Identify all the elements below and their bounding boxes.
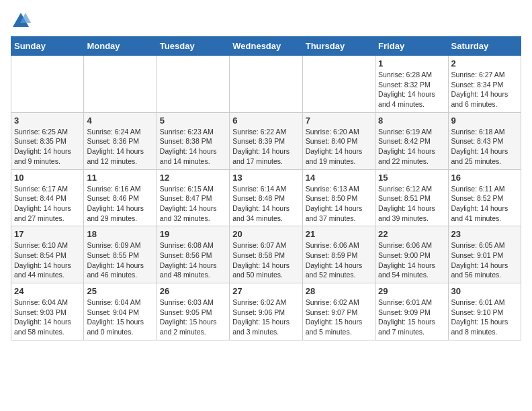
day-info: Sunrise: 6:06 AM Sunset: 8:59 PM Dayligh…	[306, 240, 372, 280]
day-number: 4	[87, 116, 153, 126]
day-number: 6	[232, 116, 299, 126]
day-number: 10	[14, 173, 81, 183]
calendar-table: SundayMondayTuesdayWednesdayThursdayFrid…	[11, 36, 521, 340]
day-number: 11	[87, 173, 153, 183]
day-info: Sunrise: 6:13 AM Sunset: 8:50 PM Dayligh…	[306, 184, 372, 224]
day-info: Sunrise: 6:15 AM Sunset: 8:47 PM Dayligh…	[160, 184, 226, 224]
day-number: 14	[306, 173, 372, 183]
day-info: Sunrise: 6:04 AM Sunset: 9:04 PM Dayligh…	[87, 298, 153, 337]
calendar-cell: 26Sunrise: 6:03 AM Sunset: 9:05 PM Dayli…	[157, 283, 229, 340]
weekday-header-saturday: Saturday	[448, 37, 521, 56]
calendar-cell: 16Sunrise: 6:11 AM Sunset: 8:52 PM Dayli…	[448, 169, 521, 226]
calendar-cell: 6Sunrise: 6:22 AM Sunset: 8:39 PM Daylig…	[230, 112, 302, 169]
calendar-cell: 2Sunrise: 6:27 AM Sunset: 8:34 PM Daylig…	[448, 56, 521, 113]
day-number: 28	[306, 286, 372, 296]
day-number: 29	[378, 286, 445, 296]
calendar-week-row: 24Sunrise: 6:04 AM Sunset: 9:03 PM Dayli…	[11, 283, 521, 340]
day-number: 8	[378, 116, 445, 126]
calendar-cell	[230, 56, 302, 113]
calendar-cell: 15Sunrise: 6:12 AM Sunset: 8:51 PM Dayli…	[375, 169, 448, 226]
calendar-cell: 14Sunrise: 6:13 AM Sunset: 8:50 PM Dayli…	[302, 169, 375, 226]
calendar-cell: 30Sunrise: 6:01 AM Sunset: 9:10 PM Dayli…	[448, 283, 521, 340]
day-info: Sunrise: 6:14 AM Sunset: 8:48 PM Dayligh…	[232, 184, 299, 224]
day-number: 7	[306, 116, 372, 126]
calendar-cell: 17Sunrise: 6:10 AM Sunset: 8:54 PM Dayli…	[11, 226, 84, 283]
day-number: 16	[451, 173, 518, 183]
day-info: Sunrise: 6:18 AM Sunset: 8:43 PM Dayligh…	[451, 127, 518, 167]
day-info: Sunrise: 6:02 AM Sunset: 9:07 PM Dayligh…	[306, 298, 372, 337]
day-number: 22	[378, 229, 445, 239]
day-number: 25	[87, 286, 153, 296]
day-info: Sunrise: 6:16 AM Sunset: 8:46 PM Dayligh…	[87, 184, 153, 224]
day-info: Sunrise: 6:05 AM Sunset: 9:01 PM Dayligh…	[451, 240, 518, 280]
calendar-cell: 29Sunrise: 6:01 AM Sunset: 9:09 PM Dayli…	[375, 283, 448, 340]
day-number: 12	[160, 173, 226, 183]
day-info: Sunrise: 6:17 AM Sunset: 8:44 PM Dayligh…	[14, 184, 81, 224]
calendar-cell: 8Sunrise: 6:19 AM Sunset: 8:42 PM Daylig…	[375, 112, 448, 169]
page: SundayMondayTuesdayWednesdayThursdayFrid…	[0, 0, 532, 351]
calendar-cell: 5Sunrise: 6:23 AM Sunset: 8:38 PM Daylig…	[157, 112, 229, 169]
day-info: Sunrise: 6:10 AM Sunset: 8:54 PM Dayligh…	[14, 240, 81, 280]
weekday-header-monday: Monday	[84, 37, 157, 56]
day-number: 19	[160, 229, 226, 239]
day-info: Sunrise: 6:24 AM Sunset: 8:36 PM Dayligh…	[87, 127, 153, 167]
calendar-cell: 28Sunrise: 6:02 AM Sunset: 9:07 PM Dayli…	[302, 283, 375, 340]
day-info: Sunrise: 6:06 AM Sunset: 9:00 PM Dayligh…	[378, 240, 445, 280]
day-info: Sunrise: 6:22 AM Sunset: 8:39 PM Dayligh…	[232, 127, 299, 167]
calendar-cell	[302, 56, 375, 113]
calendar-week-row: 10Sunrise: 6:17 AM Sunset: 8:44 PM Dayli…	[11, 169, 521, 226]
day-number: 20	[232, 229, 299, 239]
day-number: 17	[14, 229, 81, 239]
day-number: 18	[87, 229, 153, 239]
day-number: 1	[378, 58, 445, 68]
calendar-week-row: 1Sunrise: 6:28 AM Sunset: 8:32 PM Daylig…	[11, 56, 521, 113]
day-info: Sunrise: 6:23 AM Sunset: 8:38 PM Dayligh…	[160, 127, 226, 167]
calendar-cell: 27Sunrise: 6:02 AM Sunset: 9:06 PM Dayli…	[230, 283, 302, 340]
calendar-cell: 12Sunrise: 6:15 AM Sunset: 8:47 PM Dayli…	[157, 169, 229, 226]
day-info: Sunrise: 6:27 AM Sunset: 8:34 PM Dayligh…	[451, 70, 518, 109]
day-info: Sunrise: 6:19 AM Sunset: 8:42 PM Dayligh…	[378, 127, 445, 167]
day-info: Sunrise: 6:12 AM Sunset: 8:51 PM Dayligh…	[378, 184, 445, 224]
calendar-cell: 9Sunrise: 6:18 AM Sunset: 8:43 PM Daylig…	[448, 112, 521, 169]
day-info: Sunrise: 6:01 AM Sunset: 9:10 PM Dayligh…	[451, 298, 518, 337]
calendar-cell: 7Sunrise: 6:20 AM Sunset: 8:40 PM Daylig…	[302, 112, 375, 169]
day-number: 2	[451, 58, 518, 68]
calendar-cell: 20Sunrise: 6:07 AM Sunset: 8:58 PM Dayli…	[230, 226, 302, 283]
calendar-week-row: 3Sunrise: 6:25 AM Sunset: 8:35 PM Daylig…	[11, 112, 521, 169]
day-info: Sunrise: 6:25 AM Sunset: 8:35 PM Dayligh…	[14, 127, 81, 167]
day-number: 5	[160, 116, 226, 126]
day-number: 3	[14, 116, 81, 126]
calendar-cell: 24Sunrise: 6:04 AM Sunset: 9:03 PM Dayli…	[11, 283, 84, 340]
day-number: 26	[160, 286, 226, 296]
day-number: 9	[451, 116, 518, 126]
day-number: 27	[232, 286, 299, 296]
calendar-cell	[11, 56, 84, 113]
day-number: 13	[232, 173, 299, 183]
day-number: 24	[14, 286, 81, 296]
calendar-cell: 1Sunrise: 6:28 AM Sunset: 8:32 PM Daylig…	[375, 56, 448, 113]
day-number: 15	[378, 173, 445, 183]
day-info: Sunrise: 6:01 AM Sunset: 9:09 PM Dayligh…	[378, 298, 445, 337]
weekday-header-friday: Friday	[375, 37, 448, 56]
logo-icon	[11, 11, 31, 31]
calendar-cell: 13Sunrise: 6:14 AM Sunset: 8:48 PM Dayli…	[230, 169, 302, 226]
day-info: Sunrise: 6:08 AM Sunset: 8:56 PM Dayligh…	[160, 240, 226, 280]
day-number: 21	[306, 229, 372, 239]
weekday-header-sunday: Sunday	[11, 37, 84, 56]
calendar-cell: 11Sunrise: 6:16 AM Sunset: 8:46 PM Dayli…	[84, 169, 157, 226]
weekday-header-wednesday: Wednesday	[230, 37, 302, 56]
calendar-cell: 23Sunrise: 6:05 AM Sunset: 9:01 PM Dayli…	[448, 226, 521, 283]
day-info: Sunrise: 6:11 AM Sunset: 8:52 PM Dayligh…	[451, 184, 518, 224]
calendar-cell: 22Sunrise: 6:06 AM Sunset: 9:00 PM Dayli…	[375, 226, 448, 283]
calendar-cell: 10Sunrise: 6:17 AM Sunset: 8:44 PM Dayli…	[11, 169, 84, 226]
weekday-header-row: SundayMondayTuesdayWednesdayThursdayFrid…	[11, 37, 521, 56]
calendar-cell: 4Sunrise: 6:24 AM Sunset: 8:36 PM Daylig…	[84, 112, 157, 169]
weekday-header-tuesday: Tuesday	[157, 37, 229, 56]
day-info: Sunrise: 6:20 AM Sunset: 8:40 PM Dayligh…	[306, 127, 372, 167]
calendar-cell: 25Sunrise: 6:04 AM Sunset: 9:04 PM Dayli…	[84, 283, 157, 340]
logo	[11, 11, 34, 31]
calendar-cell: 18Sunrise: 6:09 AM Sunset: 8:55 PM Dayli…	[84, 226, 157, 283]
day-number: 23	[451, 229, 518, 239]
day-info: Sunrise: 6:02 AM Sunset: 9:06 PM Dayligh…	[232, 298, 299, 337]
calendar-cell	[84, 56, 157, 113]
